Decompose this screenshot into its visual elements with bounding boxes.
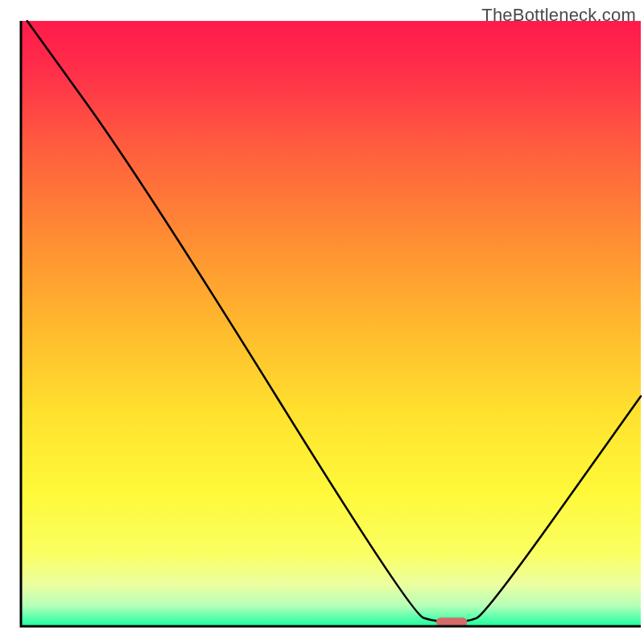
plot-background — [21, 21, 641, 626]
chart-container: TheBottleneck.com — [0, 0, 644, 644]
bottleneck-chart — [0, 0, 644, 644]
watermark-text: TheBottleneck.com — [481, 5, 636, 26]
